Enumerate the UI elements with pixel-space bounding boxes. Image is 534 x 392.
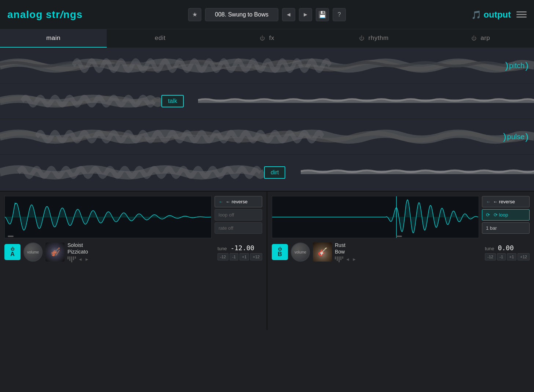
instrument-image-a: 🎻: [45, 243, 65, 262]
volume-knob-b[interactable]: volume: [291, 243, 310, 262]
tune-minus12-a[interactable]: -12: [217, 253, 228, 260]
reverse-arrow-icon-b: ←: [486, 199, 491, 204]
prev-instrument-b[interactable]: ◄: [345, 257, 350, 262]
string-visual-talk: [0, 84, 534, 119]
tab-fx[interactable]: ⏻ fx: [213, 29, 320, 48]
tune-plus12-b[interactable]: +12: [517, 253, 530, 260]
tune-label-a: tune: [217, 246, 227, 251]
level-bar: [67, 256, 69, 259]
app-header: analog str/ngs ★ 008. Swung to Bows ◄ ► …: [0, 0, 534, 29]
channel-letter-b: B: [278, 251, 282, 258]
level-bar: [340, 256, 341, 260]
pulse-label: ) pulse ): [503, 131, 528, 143]
help-button[interactable]: ?: [333, 8, 346, 21]
level-bar: [337, 256, 338, 261]
instrument-thumb-a: 🎻: [45, 243, 65, 262]
channel-b: ← ← reverse ⟳ ⟳ loop 1 bar ⏻ B v: [267, 192, 534, 330]
preset-area: ★ 008. Swung to Bows ◄ ► 💾 ?: [125, 8, 409, 21]
level-bar: [71, 256, 72, 262]
loop-button-a[interactable]: loop off: [215, 209, 262, 221]
talk-handle[interactable]: talk: [161, 95, 184, 107]
next-preset-button[interactable]: ►: [299, 8, 312, 21]
header-right: 🎵 output: [409, 10, 527, 20]
rhythm-power-icon: ⏻: [359, 35, 365, 41]
prev-instrument-a[interactable]: ◄: [78, 257, 83, 262]
next-instrument-b[interactable]: ►: [352, 257, 356, 262]
next-instrument-a[interactable]: ►: [85, 257, 89, 262]
tune-buttons-b: -12 -1 +1 +12: [485, 253, 530, 260]
channel-a: ← ← reverse loop off rate off ⏻ A volume: [0, 192, 267, 330]
instrument-image-b: 🎸: [313, 243, 332, 262]
preset-name: 008. Swung to Bows: [205, 8, 278, 21]
pulse-right-bracket: ): [525, 131, 528, 143]
scroll-thumb-b: [396, 236, 402, 237]
reverse-button-a[interactable]: ← ← reverse: [215, 196, 262, 207]
left-bracket: ): [505, 60, 508, 71]
power-button-b[interactable]: ⏻ B: [272, 244, 288, 260]
rate-button-a[interactable]: rate off: [215, 222, 262, 234]
menu-line: [516, 14, 527, 15]
channel-letter-a: A: [10, 251, 15, 258]
tune-plus1-a[interactable]: +1: [239, 253, 249, 260]
channel-a-controls: ⏻ A volume 🎻 Soloist Pizzicato: [4, 242, 262, 262]
tab-arp[interactable]: ⏻ arp: [427, 29, 534, 48]
side-buttons-b: ← ← reverse ⟳ ⟳ loop 1 bar: [482, 196, 530, 238]
playhead-b: [396, 196, 397, 238]
channel-a-waveform-area: ← ← reverse loop off rate off: [4, 196, 262, 238]
menu-line: [516, 11, 527, 12]
waveform-canvas-a: [5, 196, 211, 238]
loop-icon-b: ⟳: [486, 212, 490, 218]
strings-area: ) pitch ) talk: [0, 48, 534, 191]
tab-main[interactable]: main: [0, 29, 107, 48]
instrument-info-a: Soloist Pizzicato ◄ ►: [67, 242, 215, 262]
reverse-arrow-icon-a: ←: [219, 199, 223, 204]
menu-button[interactable]: [516, 11, 527, 18]
tab-rhythm[interactable]: ⏻ rhythm: [321, 29, 427, 48]
menu-line: [516, 16, 527, 18]
string-row-talk: talk: [0, 84, 534, 119]
instrument-info-b: Rust Bow ◄ ►: [335, 242, 482, 262]
waveform-canvas-b: [272, 196, 479, 238]
tune-minus1-a[interactable]: -1: [230, 253, 238, 260]
volume-knob-a[interactable]: volume: [23, 243, 43, 262]
save-button[interactable]: 💾: [316, 8, 329, 21]
tune-minus1-b[interactable]: -1: [497, 253, 506, 260]
instrument-arrows-a: ◄ ►: [67, 256, 215, 262]
channel-a-waveform: [4, 196, 212, 238]
level-bar: [75, 256, 76, 259]
power-icon-a: ⏻: [11, 247, 14, 251]
loop-button-b[interactable]: ⟳ ⟳ loop: [482, 209, 530, 221]
tune-buttons-a: -12 -1 +1 +12: [217, 253, 262, 260]
tune-plus12-a[interactable]: +12: [250, 253, 262, 260]
bar-button-b[interactable]: 1 bar: [482, 222, 530, 234]
power-icon-b: ⏻: [278, 247, 282, 251]
right-bracket: ): [525, 60, 528, 71]
fx-power-icon: ⏻: [260, 35, 265, 41]
tune-plus1-b[interactable]: +1: [507, 253, 517, 260]
instrument-name-a: Soloist Pizzicato: [67, 242, 215, 255]
scroll-thumb-a: [8, 236, 14, 237]
level-bars-a: [67, 256, 76, 262]
channel-b-controls: ⏻ B volume 🎸 Rust Bow: [272, 242, 530, 262]
prev-preset-button[interactable]: ◄: [282, 8, 295, 21]
tune-label-b: tune: [485, 246, 494, 251]
string-row-dirt: dirt: [0, 155, 534, 190]
bottom-section: ← ← reverse loop off rate off ⏻ A volume: [0, 191, 534, 330]
reverse-button-b[interactable]: ← ← reverse: [482, 196, 530, 207]
tune-section-a: tune -12.00 -12 -1 +1 +12: [217, 244, 262, 260]
arp-power-icon: ⏻: [471, 35, 477, 41]
level-bar: [69, 256, 70, 261]
instrument-thumb-b: 🎸: [313, 243, 332, 262]
tune-value-a: -12.00: [230, 244, 254, 252]
string-visual-pulse: [0, 119, 534, 154]
star-button[interactable]: ★: [188, 8, 201, 21]
channel-b-waveform-area: ← ← reverse ⟳ ⟳ loop 1 bar: [272, 196, 530, 238]
tune-minus12-b[interactable]: -12: [485, 253, 496, 260]
level-bar: [339, 256, 340, 262]
power-button-a[interactable]: ⏻ A: [4, 244, 21, 260]
string-row-pulse: ) pulse ): [0, 119, 534, 155]
dirt-handle[interactable]: dirt: [264, 166, 285, 179]
tab-edit[interactable]: edit: [107, 29, 213, 48]
pitch-label: ) pitch ): [505, 60, 528, 71]
pitch-text: pitch: [509, 62, 524, 70]
